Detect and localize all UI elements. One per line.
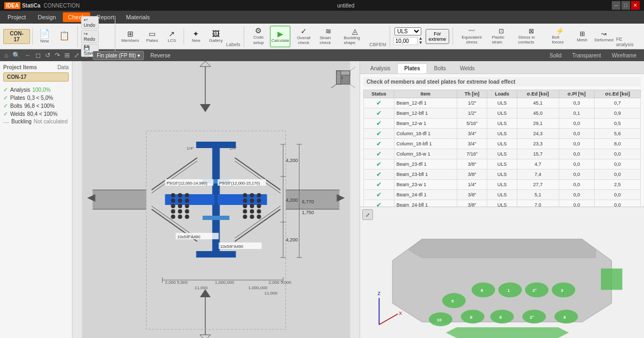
svg-point-26 — [178, 193, 182, 197]
tab-analysis[interactable]: Analysis — [363, 63, 397, 74]
table-row[interactable]: ✔ Beam_12-tfl 1 1/2" ULS 45,1 0,3 0,7 — [364, 98, 641, 108]
close-button[interactable]: ✕ — [631, 1, 640, 10]
sigma-pl: 0,0 — [559, 180, 594, 190]
menu-design[interactable]: Design — [32, 12, 61, 22]
project-item-selected[interactable]: CON-17 — [3, 72, 69, 82]
col-status: Status — [364, 90, 394, 98]
redo-button[interactable]: ↪ Redo — [81, 30, 99, 43]
item-name: Beam_23-w 1 — [394, 180, 457, 190]
members-button[interactable]: ⊞ Members — [119, 26, 142, 47]
nav-back-icon[interactable]: ← — [24, 50, 32, 60]
svg-point-25 — [171, 193, 175, 197]
expand-3d-button[interactable]: ⤢ — [362, 209, 373, 220]
table-row[interactable]: ✔ Column_18-bfl 1 3/4" ULS 23,3 0,0 8,0 — [364, 139, 641, 149]
deformed-button[interactable]: ↝ Deformed — [594, 26, 614, 47]
col-item: Item — [394, 90, 457, 98]
view-selector[interactable]: Fin plate (FP filt) ▾ — [93, 51, 144, 60]
wireframe-view-button[interactable]: Wireframe — [608, 52, 641, 60]
undo-button[interactable]: ↩ Undo — [81, 16, 99, 29]
plastic-strain-button[interactable]: ⊡ Plastic strain — [489, 26, 513, 47]
svg-text:10x5/8"A490: 10x5/8"A490 — [221, 244, 244, 249]
for-extreme-button[interactable]: For extreme — [426, 29, 450, 44]
select-icon[interactable]: ◻ — [34, 50, 42, 60]
thickness: 3/8" — [457, 190, 487, 200]
status-icon: ✔ — [376, 191, 382, 199]
svg-point-49 — [243, 209, 247, 214]
table-row[interactable]: ✔ Beam_23-tfl 1 3/8" ULS 4,7 0,0 0,0 — [364, 159, 641, 170]
table-row[interactable]: ✔ Beam_23-w 1 1/4" ULS 27,7 0,0 2,5 — [364, 180, 641, 190]
sigma-ced: 0,0 — [595, 170, 641, 180]
sigma-ed: 23,3 — [517, 139, 559, 149]
buckling-button[interactable]: ◬ Buckling shape — [341, 26, 369, 47]
table-row[interactable]: ✔ Beam_12-bfl 1 1/2" ULS 45,0 0,1 0,9 — [364, 108, 641, 119]
bolt-forces-button[interactable]: ⚡ Bolt forces — [549, 26, 570, 47]
table-row[interactable]: ✔ Beam_24-tfl 1 3/8" ULS 5,1 0,0 0,0 — [364, 190, 641, 200]
loads: ULS — [487, 180, 517, 190]
load-group: ULSSLS ▲ ▼ For extreme — [393, 27, 453, 45]
sigma-pl: 0,0 — [559, 159, 594, 170]
table-row[interactable]: ✔ Column_18-tfl 1 3/4" ULS 24,3 0,0 5,6 — [364, 129, 641, 139]
subtoolbar: ⌂ 🔍 ← ◻ ↺ ↷ ⊞ ⤢ ⚙ Fin plate (FP filt) ▾ … — [0, 49, 644, 61]
grid-icon[interactable]: ⊞ — [63, 50, 71, 60]
sigma-pl: 0,0 — [559, 119, 594, 129]
table-row[interactable]: ✔ Column_18-w 1 7/16" ULS 15,7 0,0 0,0 — [364, 149, 641, 159]
minimize-button[interactable]: ─ — [612, 1, 620, 10]
plates-button[interactable]: ▭ Plates — [142, 26, 162, 47]
loads: ULS — [487, 139, 517, 149]
col-th: Th [in] — [457, 90, 487, 98]
thickness: 1/2" — [457, 108, 487, 119]
load-down-button[interactable]: ▼ — [419, 41, 423, 45]
cube-compass[interactable]: Y — [331, 65, 355, 91]
transparent-view-button[interactable]: Transparent — [568, 52, 605, 60]
mesh-button[interactable]: ⊞ Mesh — [573, 26, 592, 47]
lcs-button[interactable]: ↗ LCS — [162, 26, 181, 47]
svg-text:11,000: 11,000 — [195, 285, 208, 290]
tab-bolts[interactable]: Bolts — [427, 63, 453, 74]
expand-icon[interactable]: ⤢ — [73, 50, 80, 60]
search-icon[interactable]: 🔍 — [11, 50, 21, 60]
status-icon: ✔ — [376, 130, 382, 137]
solid-view-button[interactable]: Solid — [545, 52, 566, 60]
loads: ULS — [487, 108, 517, 119]
undo-icon[interactable]: ↺ — [44, 50, 52, 60]
calculate-button[interactable]: ▶ Calculate — [270, 26, 290, 47]
thickness: 3/4" — [457, 139, 487, 149]
strain-check-button[interactable]: ≋ Strain check — [317, 26, 341, 47]
settings-icon[interactable]: ⚙ — [83, 50, 91, 60]
menu-project[interactable]: Project — [2, 12, 31, 22]
reverse-button[interactable]: Reverse — [146, 52, 174, 60]
overall-check-button[interactable]: ✓ Overall check — [291, 26, 316, 47]
equivalent-stress-button[interactable]: 〰 Equivalent stress — [456, 26, 487, 47]
menu-materials[interactable]: Materials — [121, 12, 156, 22]
svg-text:5: 5 — [451, 299, 454, 304]
svg-text:8: 8 — [470, 315, 473, 320]
tab-welds[interactable]: Welds — [453, 63, 482, 74]
item-name: Beam_23-bfl 1 — [394, 170, 457, 180]
new-button[interactable]: 📄 New — [35, 26, 54, 47]
svg-point-39 — [185, 215, 189, 219]
svg-rect-21 — [196, 251, 236, 258]
load-value-input[interactable] — [393, 37, 418, 45]
check-welds: ✓ Welds 80,4 < 100% — [3, 110, 69, 118]
gallery-button[interactable]: 🖼 Gallery — [206, 26, 225, 47]
home-icon[interactable]: ⌂ — [3, 50, 9, 60]
load-type-select[interactable]: ULSSLS — [394, 27, 421, 35]
svg-point-117 — [552, 282, 575, 297]
copy-button[interactable]: 📋 — [55, 26, 74, 47]
svg-point-35 — [178, 209, 182, 214]
status-icon: ✔ — [376, 150, 382, 158]
new2-button[interactable]: ✦ New — [186, 26, 206, 47]
connection-selector[interactable]: CON-17 — [3, 29, 30, 44]
status-icon: ✔ — [376, 140, 382, 148]
table-row[interactable]: ✔ Beam_12-w 1 5/16" ULS 29,1 0,0 0,5 — [364, 119, 641, 129]
check-list: ✓ Analysis 100,0% ✓ Plates 0,3 < 5,0% ✓ … — [3, 86, 69, 126]
code-setup-button[interactable]: ⚙ Code setup — [247, 26, 270, 47]
stress-contacts-button[interactable]: ⊠ Stress in contacts — [516, 26, 547, 47]
redo-icon[interactable]: ↷ — [54, 50, 61, 60]
app-type-label: CONNECTION — [43, 3, 79, 9]
tab-plates[interactable]: Plates — [397, 63, 427, 74]
center-panel[interactable]: 4,200 4,200 4,200 6,770 1,750 1/4" 1/4" … — [72, 61, 360, 338]
table-row[interactable]: ✔ Beam_24-bfl 1 3/8" ULS 7,0 0,0 0,0 — [364, 200, 641, 207]
maximize-button[interactable]: □ — [621, 1, 630, 10]
table-row[interactable]: ✔ Beam_23-bfl 1 3/8" ULS 7,4 0,0 0,0 — [364, 170, 641, 180]
